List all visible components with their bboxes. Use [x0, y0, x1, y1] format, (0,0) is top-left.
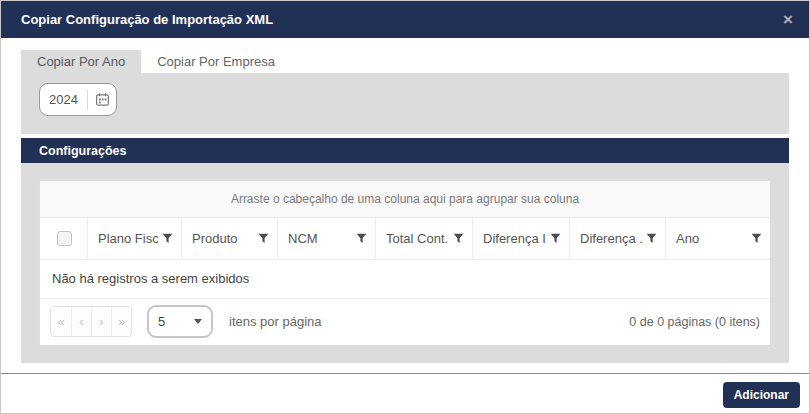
tab-content-year: [21, 73, 789, 134]
column-header-ano[interactable]: Ano: [665, 218, 770, 259]
column-header-produto[interactable]: Produto: [181, 218, 277, 259]
column-header-diferenca-2[interactable]: Diferença ...: [569, 218, 665, 259]
grid-header-row: Plano Fiscal Produto NCM: [40, 218, 770, 259]
adicionar-button[interactable]: Adicionar: [723, 382, 800, 408]
filter-icon[interactable]: [453, 233, 464, 244]
grid-panel: Arraste o cabeçalho de uma coluna aqui p…: [21, 163, 789, 363]
column-header-total-cont[interactable]: Total Cont...: [375, 218, 472, 259]
page-size-select[interactable]: 5: [147, 305, 213, 338]
prev-page-button[interactable]: ‹: [71, 307, 91, 336]
chevron-down-icon: [194, 319, 202, 324]
filter-icon[interactable]: [162, 233, 173, 244]
select-all-cell: [40, 218, 87, 259]
close-icon[interactable]: ×: [783, 11, 793, 28]
grid-group-hint: Arraste o cabeçalho de uma coluna aqui p…: [231, 192, 579, 206]
tabstrip: Copiar Por Ano Copiar Por Empresa: [21, 50, 789, 73]
dialog-title: Copiar Configuração de Importação XML: [21, 12, 273, 27]
filter-icon[interactable]: [258, 233, 269, 244]
page-size-value: 5: [158, 314, 194, 329]
grid-empty-message: Não há registros a serem exibidos: [40, 259, 770, 298]
filter-icon[interactable]: [356, 233, 367, 244]
year-picker[interactable]: [39, 83, 117, 116]
filter-icon[interactable]: [751, 233, 762, 244]
configuracoes-section-title: Configurações: [39, 144, 127, 158]
grid-pager: « ‹ › » 5 itens por página 0 de 0 página…: [40, 298, 770, 345]
next-page-button[interactable]: ›: [91, 307, 111, 336]
pager-nav-group: « ‹ › »: [50, 306, 132, 337]
first-page-button[interactable]: «: [51, 307, 71, 336]
dialog-titlebar: Copiar Configuração de Importação XML ×: [1, 1, 809, 38]
tab-copiar-por-ano[interactable]: Copiar Por Ano: [21, 50, 141, 73]
grid-group-drop-zone[interactable]: Arraste o cabeçalho de uma coluna aqui p…: [40, 181, 770, 218]
page-size-label: itens por página: [229, 314, 322, 329]
calendar-icon[interactable]: [88, 84, 116, 115]
spacer: [1, 363, 809, 373]
column-header-diferenca-i[interactable]: Diferença I...: [472, 218, 569, 259]
select-all-checkbox[interactable]: [57, 231, 72, 246]
filter-icon[interactable]: [550, 233, 561, 244]
dialog-body: Copiar Por Ano Copiar Por Empresa: [1, 38, 809, 363]
column-header-plano-fiscal[interactable]: Plano Fiscal: [87, 218, 181, 259]
configurations-grid: Arraste o cabeçalho de uma coluna aqui p…: [39, 180, 771, 346]
last-page-button[interactable]: »: [111, 307, 131, 336]
dialog-footer: Adicionar: [1, 373, 809, 414]
pager-info: 0 de 0 páginas (0 itens): [629, 315, 760, 329]
copy-xml-import-config-dialog: Copiar Configuração de Importação XML × …: [0, 0, 810, 414]
tab-copiar-por-empresa[interactable]: Copiar Por Empresa: [141, 50, 291, 73]
filter-icon[interactable]: [646, 233, 657, 244]
column-header-ncm[interactable]: NCM: [277, 218, 375, 259]
configuracoes-section-bar: Configurações: [21, 138, 789, 163]
year-input[interactable]: [40, 92, 87, 107]
